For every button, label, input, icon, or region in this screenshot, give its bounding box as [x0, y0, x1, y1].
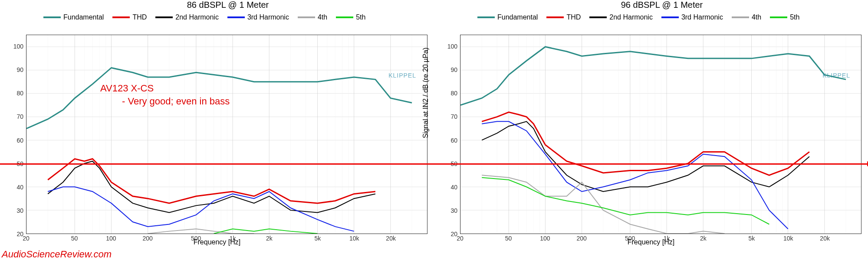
legend-left: FundamentalTHD2nd Harmonic3rd Harmonic4t…	[26, 12, 430, 23]
plot-svg-left	[26, 35, 427, 234]
legend-label: 4th	[318, 12, 327, 23]
legend-right: FundamentalTHD2nd Harmonic3rd Harmonic4t…	[460, 12, 864, 23]
x-tick-label: 2k	[266, 235, 273, 242]
legend-swatch	[227, 16, 245, 18]
legend-swatch	[589, 16, 607, 18]
y-tick-label: 80	[450, 90, 457, 97]
legend-swatch	[43, 16, 61, 18]
legend-item: THD	[112, 12, 147, 23]
x-tick-label: 200	[577, 235, 587, 242]
plot-left: KLIPPEL AV123 X-CS - Very good; even in …	[26, 35, 427, 234]
legend-label: Fundamental	[63, 12, 104, 23]
x-tick-label: 20k	[820, 235, 830, 242]
legend-item: THD	[546, 12, 581, 23]
plot-right: KLIPPEL	[460, 35, 861, 234]
series-thd	[482, 112, 809, 175]
legend-swatch	[298, 16, 315, 18]
x-tick-label: 2k	[700, 235, 707, 242]
legend-label: 5th	[790, 12, 799, 23]
legend-item: 3rd Harmonic	[227, 12, 289, 23]
y-tick-label: 80	[16, 90, 23, 97]
annotation-title: AV123 X-CS	[100, 83, 154, 94]
legend-item: 2nd Harmonic	[155, 12, 219, 23]
legend-item: 5th	[336, 12, 365, 23]
legend-item: 5th	[770, 12, 799, 23]
legend-item: 2nd Harmonic	[589, 12, 653, 23]
footer-credit: AudioScienceReview.com	[2, 249, 112, 260]
legend-swatch	[546, 16, 564, 18]
x-axis-label: Frequency [Hz]	[194, 238, 240, 246]
y-tick-label: 30	[450, 207, 457, 214]
y-ticks-left: 2030405060708090100	[8, 35, 24, 234]
x-tick-label: 5k	[315, 235, 321, 242]
x-tick-label: 20k	[386, 235, 396, 242]
right-panel: 96 dBSPL @ 1 Meter FundamentalTHD2nd Har…	[434, 0, 868, 247]
y-tick-label: 90	[16, 66, 23, 73]
y-tick-label: 30	[16, 207, 23, 214]
y-tick-label: 40	[16, 184, 23, 191]
legend-label: 2nd Harmonic	[609, 12, 653, 23]
y-tick-label: 90	[450, 66, 457, 73]
y-tick-label: 60	[450, 137, 457, 144]
charts-container: 86 dBSPL @ 1 Meter FundamentalTHD2nd Har…	[0, 0, 868, 247]
x-tick-label: 10k	[783, 235, 793, 242]
x-axis-label: Frequency [Hz]	[628, 238, 674, 246]
series-5th	[482, 178, 769, 224]
legend-swatch	[336, 16, 353, 18]
x-tick-label: 50	[505, 235, 512, 242]
chart-title-left: 86 dBSPL @ 1 Meter	[26, 0, 430, 10]
y-tick-label: 40	[450, 184, 457, 191]
legend-swatch	[661, 16, 679, 18]
legend-label: THD	[566, 12, 581, 23]
legend-label: 4th	[752, 12, 761, 23]
x-tick-label: 100	[540, 235, 550, 242]
legend-swatch	[732, 16, 749, 18]
legend-label: 5th	[356, 12, 365, 23]
legend-item: 4th	[732, 12, 761, 23]
series-3rd-harmonic	[48, 187, 354, 231]
legend-item: 3rd Harmonic	[661, 12, 723, 23]
x-tick-label: 200	[143, 235, 153, 242]
series-2nd-harmonic	[482, 121, 809, 192]
legend-label: 2nd Harmonic	[175, 12, 219, 23]
klippel-logo: KLIPPEL	[388, 72, 416, 79]
plot-svg-right	[460, 35, 861, 234]
y-tick-label: 70	[450, 113, 457, 120]
y-tick-label: 100	[13, 43, 23, 50]
x-tick-label: 50	[71, 235, 78, 242]
legend-label: 3rd Harmonic	[681, 12, 723, 23]
chart-title-right: 96 dBSPL @ 1 Meter	[460, 0, 864, 10]
klippel-logo: KLIPPEL	[822, 72, 850, 79]
legend-label: Fundamental	[497, 12, 538, 23]
legend-swatch	[770, 16, 787, 18]
legend-item: Fundamental	[43, 12, 104, 23]
x-tick-label: 10k	[349, 235, 359, 242]
series-3rd-harmonic	[482, 121, 788, 229]
y-tick-label: 100	[447, 43, 457, 50]
x-tick-label: 20	[457, 235, 464, 242]
legend-swatch	[112, 16, 130, 18]
x-tick-label: 100	[106, 235, 116, 242]
y-ticks-right: 2030405060708090100	[442, 35, 458, 234]
annotation-subtitle: - Very good; even in bass	[122, 96, 230, 107]
legend-item: 4th	[298, 12, 327, 23]
legend-item: Fundamental	[477, 12, 538, 23]
x-tick-label: 20	[23, 235, 30, 242]
x-tick-label: 5k	[749, 235, 755, 242]
legend-label: 3rd Harmonic	[247, 12, 289, 23]
y-axis-label: Signal at IN2 / dB (re 20 µPa)	[422, 48, 430, 138]
reference-line-50db	[0, 163, 868, 165]
left-panel: 86 dBSPL @ 1 Meter FundamentalTHD2nd Har…	[0, 0, 434, 247]
legend-swatch	[155, 16, 173, 18]
legend-swatch	[477, 16, 495, 18]
y-tick-label: 70	[16, 113, 23, 120]
legend-label: THD	[132, 12, 147, 23]
y-tick-label: 60	[16, 137, 23, 144]
